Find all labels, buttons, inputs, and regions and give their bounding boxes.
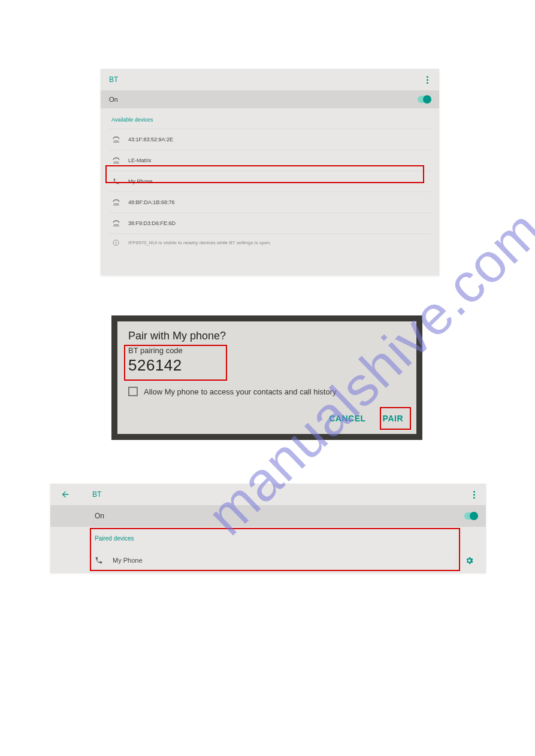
available-devices-header: Available devices — [109, 113, 431, 129]
generic-device-icon — [113, 199, 128, 205]
generic-device-icon — [113, 157, 128, 163]
more-options-icon[interactable] — [471, 488, 477, 501]
pair-button[interactable]: PAIR — [380, 410, 406, 427]
pair-dialog-screenshot: Pair with My phone? BT pairing code 5261… — [111, 315, 422, 440]
screen-title: BT — [92, 490, 471, 499]
paired-devices-header: Paired devices — [50, 529, 486, 548]
available-device-row[interactable]: 48:BF:DA:1B:68:76 — [109, 192, 431, 212]
device-name: 38:F9:D3:D6:FE:6D — [128, 220, 176, 226]
available-device-row[interactable]: 38:F9:D3:D6:FE:6D — [109, 212, 431, 233]
bt-settings-screenshot-2: BT On Paired devices My Phone — [50, 484, 486, 573]
phone-icon — [113, 178, 128, 185]
info-icon — [113, 239, 128, 246]
available-device-row-my-phone[interactable]: My Phone — [109, 171, 431, 192]
paired-device-row[interactable]: My Phone — [50, 548, 486, 573]
device-settings-gear-icon[interactable] — [456, 553, 474, 567]
device-name: 43:1F:83:52:9A:2E — [128, 136, 173, 142]
bt-settings-screenshot-1: BT On Available devices 43:1F:83:52:9A:2… — [101, 69, 439, 275]
available-device-row[interactable]: 43:1F:83:52:9A:2E — [109, 129, 431, 150]
pairing-code-value: 526142 — [128, 356, 406, 375]
pair-dialog: Pair with My phone? BT pairing code 5261… — [117, 321, 416, 434]
allow-access-row[interactable]: Allow My phone to access your contacts a… — [128, 387, 406, 396]
more-options-icon[interactable] — [424, 74, 431, 86]
device-name: LE-Matrix — [128, 157, 152, 163]
generic-device-icon — [113, 136, 128, 142]
available-device-row[interactable]: LE-Matrix — [109, 150, 431, 171]
phone-icon — [95, 556, 113, 564]
visibility-info-row: IFP6570_NUI is visible to nearby devices… — [109, 233, 431, 251]
generic-device-icon — [113, 220, 128, 226]
device-name: 48:BF:DA:1B:68:76 — [128, 199, 175, 205]
on-label: On — [95, 512, 104, 520]
cancel-button[interactable]: CANCEL — [327, 410, 368, 427]
info-text: IFP6570_NUI is visible to nearby devices… — [128, 240, 271, 245]
bt-toggle-switch[interactable] — [418, 96, 431, 103]
paired-device-name: My Phone — [113, 557, 456, 564]
allow-access-label: Allow My phone to access your contacts a… — [144, 387, 337, 396]
back-arrow-icon[interactable] — [50, 490, 80, 499]
device-name: My Phone — [128, 178, 153, 184]
checkbox-icon[interactable] — [128, 387, 138, 396]
screen-title: BT — [109, 75, 118, 84]
bt-toggle-switch[interactable] — [464, 512, 477, 520]
svg-rect-1 — [116, 242, 116, 244]
dialog-title: Pair with My phone? — [128, 330, 406, 342]
svg-rect-2 — [116, 241, 116, 242]
pairing-code-label: BT pairing code — [128, 346, 406, 355]
on-label: On — [109, 96, 118, 103]
